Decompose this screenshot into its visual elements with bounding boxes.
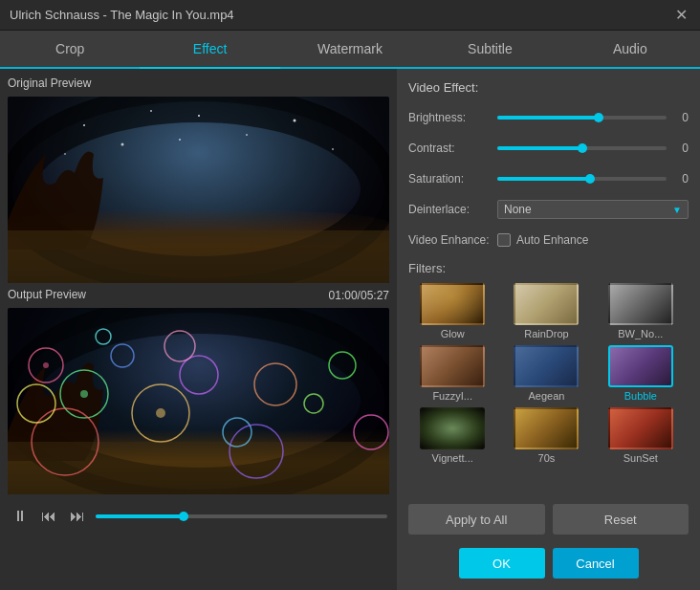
filter-bubble-label: Bubble [624, 390, 657, 402]
tab-effect[interactable]: Effect [140, 31, 279, 67]
video-timestamp: 01:00/05:27 [329, 289, 389, 302]
svg-point-7 [332, 148, 334, 150]
filter-raindrop-thumb [514, 283, 579, 325]
brightness-label: Brightness: [408, 111, 490, 124]
output-preview-header: Output Preview 01:00/05:27 [8, 288, 389, 303]
filter-70s[interactable]: 70s [502, 407, 590, 464]
filter-sunset[interactable]: SunSet [597, 407, 685, 464]
deinterlace-value: None [504, 203, 532, 216]
filter-bwno[interactable]: BW_No... [597, 283, 685, 339]
filter-fuzzy[interactable]: FuzzyI... [408, 345, 496, 402]
deinterlace-row: Deinterlace: None ▼ [408, 198, 689, 221]
brightness-slider[interactable] [497, 116, 667, 120]
svg-point-15 [111, 344, 134, 367]
original-preview-label: Original Preview [8, 76, 389, 90]
video-panel: Original Preview [0, 69, 397, 590]
filter-fuzzy-label: FuzzyI... [432, 390, 472, 402]
video-effect-section-title: Video Effect: [408, 80, 689, 95]
svg-point-3 [198, 115, 200, 117]
contrast-slider[interactable] [497, 146, 667, 150]
title-bar: Ulrich Schnauss - The Magic In You.mp4 ✕ [0, 0, 700, 31]
original-preview [8, 97, 389, 283]
contrast-row: Contrast: 0 [408, 137, 689, 160]
filter-vignette[interactable]: Vignett... [408, 407, 496, 464]
saturation-slider[interactable] [497, 177, 667, 181]
saturation-thumb [585, 174, 595, 184]
playback-controls: ⏸ ⏮ ⏭ [8, 499, 389, 534]
auto-enhance-label: Auto Enhance [516, 233, 588, 247]
ok-button[interactable]: OK [459, 548, 545, 579]
tab-bar: Crop Effect Watermark Subtitle Audio [0, 31, 700, 69]
brightness-value: 0 [674, 111, 689, 124]
progress-fill [96, 514, 184, 518]
filter-bubble[interactable]: Bubble [597, 345, 685, 402]
pause-button[interactable]: ⏸ [10, 506, 31, 527]
filter-aegean-thumb [514, 345, 579, 387]
deinterlace-label: Deinterlace: [408, 203, 490, 216]
apply-to-all-button[interactable]: Apply to All [408, 504, 545, 535]
close-button[interactable]: ✕ [671, 6, 690, 25]
filter-glow[interactable]: Glow [408, 283, 496, 339]
filter-glow-label: Glow [441, 328, 465, 339]
filter-fuzzy-thumb [420, 345, 485, 387]
svg-rect-12 [8, 442, 389, 494]
deinterlace-dropdown[interactable]: None ▼ [497, 200, 689, 219]
reset-button[interactable]: Reset [553, 504, 689, 535]
brightness-row: Brightness: 0 [408, 106, 689, 129]
filter-bubble-thumb [608, 345, 673, 387]
filter-aegean[interactable]: Aegean [502, 345, 590, 402]
filter-aegean-label: Aegean [529, 390, 565, 402]
video-enhance-label: Video Enhance: [408, 233, 490, 247]
svg-point-20 [304, 394, 323, 413]
tab-crop[interactable]: Crop [0, 31, 140, 67]
svg-point-17 [180, 356, 218, 394]
brightness-fill [497, 116, 599, 120]
prev-button[interactable]: ⏮ [38, 506, 59, 527]
auto-enhance-row: Auto Enhance [497, 233, 588, 247]
dropdown-arrow-icon: ▼ [672, 205, 682, 215]
contrast-label: Contrast: [408, 142, 490, 155]
svg-point-23 [164, 331, 195, 361]
auto-enhance-checkbox[interactable] [497, 233, 511, 247]
filter-raindrop[interactable]: RainDrop [502, 283, 590, 339]
contrast-value: 0 [674, 142, 689, 155]
filter-raindrop-label: RainDrop [524, 328, 568, 339]
right-panel: Video Effect: Brightness: 0 Contrast: 0 [397, 69, 700, 590]
brightness-thumb [594, 113, 603, 122]
tab-watermark[interactable]: Watermark [280, 31, 420, 67]
contrast-fill [497, 146, 582, 150]
svg-point-28 [43, 362, 49, 368]
svg-point-9 [179, 139, 181, 141]
filter-sunset-label: SunSet [623, 452, 658, 464]
contrast-thumb [578, 143, 587, 153]
svg-point-6 [150, 110, 152, 112]
filter-vignette-label: Vignett... [432, 452, 473, 464]
progress-thumb [179, 512, 188, 521]
tab-audio[interactable]: Audio [560, 31, 700, 67]
filter-70s-thumb [514, 407, 579, 449]
svg-rect-10 [8, 230, 389, 283]
svg-point-5 [294, 120, 296, 122]
cancel-button[interactable]: Cancel [553, 548, 639, 579]
svg-point-29 [80, 390, 88, 398]
filter-sunset-thumb [608, 407, 673, 449]
dialog-action-bar: OK Cancel [408, 548, 689, 579]
filters-grid: Glow RainDrop BW_No... FuzzyI... Aegean [408, 283, 689, 464]
filter-glow-thumb [420, 283, 485, 325]
filter-bwno-thumb [608, 283, 673, 325]
filters-label: Filters: [408, 261, 689, 275]
main-content: Original Preview [0, 69, 700, 590]
saturation-row: Saturation: 0 [408, 167, 689, 190]
filter-vignette-thumb [420, 407, 485, 449]
filter-bwno-label: BW_No... [618, 328, 663, 339]
saturation-label: Saturation: [408, 172, 490, 186]
progress-bar[interactable] [96, 514, 387, 518]
svg-point-4 [246, 134, 248, 136]
next-button[interactable]: ⏭ [67, 506, 88, 527]
tab-subtitle[interactable]: Subtitle [420, 31, 559, 67]
output-preview-label: Output Preview [8, 288, 86, 301]
saturation-fill [497, 177, 590, 181]
saturation-value: 0 [674, 172, 689, 186]
filter-action-buttons: Apply to All Reset [408, 504, 689, 535]
window-title: Ulrich Schnauss - The Magic In You.mp4 [10, 8, 234, 22]
